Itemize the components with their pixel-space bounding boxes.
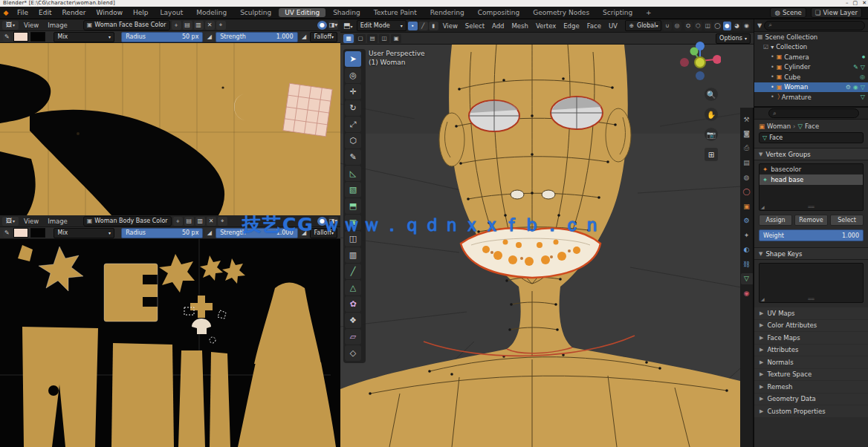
- radius-pressure-icon[interactable]: ◢: [205, 33, 213, 42]
- image-menu[interactable]: Image: [44, 22, 71, 29]
- mesh-datablock[interactable]: ▽ Face: [759, 132, 864, 143]
- orientation-dropdown[interactable]: 🜨 Global▾: [625, 20, 662, 31]
- falloff-dropdown[interactable]: Falloff▾: [310, 32, 337, 42]
- panel-face-maps[interactable]: ▶Face Maps: [754, 332, 868, 344]
- tool-annotate[interactable]: ✎: [345, 149, 361, 165]
- camera-view-icon[interactable]: 📷: [705, 128, 718, 141]
- minimize-button[interactable]: –: [846, 1, 849, 6]
- panel-geometry-data[interactable]: ▶Geometry Data: [754, 394, 868, 405]
- open-image-button[interactable]: ▤: [183, 21, 192, 30]
- vertex-groups-panel-header[interactable]: ▼ Vertex Groups: [754, 148, 868, 160]
- workspace-tab-modeling[interactable]: Modeling: [190, 8, 233, 17]
- menu-mesh[interactable]: Mesh: [509, 22, 531, 30]
- overlays-icon[interactable]: ⬡: [694, 22, 702, 30]
- tool-scale[interactable]: ⤢: [345, 117, 361, 132]
- zoom-icon[interactable]: 🔍: [705, 88, 718, 101]
- panel-remesh[interactable]: ▶Remesh: [754, 381, 868, 393]
- blender-logo-icon[interactable]: ◆: [0, 9, 12, 16]
- primary-color-swatch[interactable]: [13, 32, 28, 42]
- save-image-button[interactable]: ▥: [195, 217, 205, 226]
- strength-pressure-icon[interactable]: ◢: [300, 33, 308, 42]
- list-grip-icon[interactable]: ◢: [761, 297, 765, 301]
- brush-icon[interactable]: ✎: [3, 33, 11, 42]
- strength-slider[interactable]: Strength 1.000: [216, 32, 297, 42]
- workspace-tab-uv-editing[interactable]: UV Editing: [279, 8, 326, 17]
- blend-mode-dropdown[interactable]: Mix▾: [54, 32, 114, 42]
- editor-type-button[interactable]: 🖼▾: [2, 21, 19, 30]
- tool-option-icon-3[interactable]: ◫: [379, 34, 389, 43]
- tab-material[interactable]: ◉: [741, 287, 753, 298]
- new-image-button[interactable]: ＋: [172, 21, 181, 30]
- radius-slider[interactable]: Radius 50 px: [121, 32, 203, 42]
- shading-material-icon[interactable]: ◕: [733, 22, 741, 30]
- tool-edge-slide[interactable]: ▱: [345, 329, 361, 345]
- options-dropdown[interactable]: Options▾: [716, 33, 751, 44]
- menu-uv[interactable]: UV: [606, 22, 621, 30]
- face-select-button[interactable]: ▮: [429, 22, 438, 30]
- tool-move[interactable]: ✛: [345, 84, 361, 99]
- menu-edge[interactable]: Edge: [560, 22, 582, 30]
- select-button[interactable]: Select: [830, 215, 864, 226]
- active-tool-icon[interactable]: ▦: [343, 34, 354, 43]
- maximize-button[interactable]: ▢: [853, 1, 858, 6]
- tab-scene[interactable]: ◍: [741, 172, 753, 183]
- image-menu[interactable]: Image: [44, 218, 71, 225]
- tool-rotate[interactable]: ↻: [345, 100, 361, 116]
- tab-render[interactable]: ◙: [741, 128, 753, 140]
- tab-particles[interactable]: ✦: [741, 229, 753, 241]
- editor-type-button[interactable]: 🖼▾: [2, 217, 19, 226]
- open-image-button[interactable]: ▤: [184, 217, 194, 226]
- radius-slider[interactable]: Radius 50 px: [121, 228, 203, 238]
- list-grip-icon[interactable]: ◢: [761, 205, 765, 209]
- outliner-row-scene-collection[interactable]: ▦ Scene Collection: [754, 32, 868, 42]
- shading-solid-icon[interactable]: ●: [723, 22, 731, 30]
- material-icon[interactable]: ◉: [853, 84, 858, 91]
- new-image-button[interactable]: ＋: [173, 217, 183, 226]
- workspace-tab-layout[interactable]: Layout: [155, 8, 190, 17]
- unlink-image-button[interactable]: ✕: [205, 21, 215, 30]
- shape-keys-panel-header[interactable]: ▼ Shape Keys: [754, 247, 868, 260]
- tab-object[interactable]: ▣: [741, 200, 753, 212]
- tool-select-box[interactable]: ➤: [345, 51, 361, 67]
- mode-dropdown[interactable]: Edit Mode▾: [357, 20, 407, 31]
- modifier-icon[interactable]: ⚙: [846, 84, 851, 91]
- tool-extrude[interactable]: ⬒: [345, 198, 361, 214]
- image-datablock[interactable]: ▣ Woman Body Base Color: [83, 216, 172, 226]
- menu-help[interactable]: Help: [128, 9, 154, 16]
- tool-knife[interactable]: ╱: [345, 264, 361, 279]
- remove-button[interactable]: Remove: [794, 215, 828, 226]
- tool-option-icon-2[interactable]: ▤: [367, 34, 378, 43]
- assign-button[interactable]: Assign: [759, 215, 792, 226]
- primary-color-swatch[interactable]: [13, 228, 28, 238]
- workspace-tab-geometry-nodes[interactable]: Geometry Nodes: [527, 8, 595, 17]
- tab-object-data[interactable]: ▽: [741, 273, 753, 284]
- list-resize-handle[interactable]: ══: [808, 297, 814, 301]
- panel-texture-space[interactable]: ▶Texture Space: [754, 369, 868, 381]
- shading-wireframe-icon[interactable]: ◯: [713, 22, 722, 30]
- tool-transform[interactable]: ⬡: [345, 133, 361, 149]
- breadcrumb-object[interactable]: Woman: [767, 123, 791, 130]
- tool-measure[interactable]: ◺: [345, 166, 361, 181]
- panel-color-attributes[interactable]: ▶Color Attributes: [754, 320, 868, 332]
- workspace-tab-rendering[interactable]: Rendering: [424, 8, 470, 17]
- snap-magnet-icon[interactable]: ∪: [663, 22, 671, 30]
- pan-hand-icon[interactable]: ✋: [705, 108, 718, 121]
- filter-icon[interactable]: ▼: [757, 22, 762, 29]
- panel-custom-properties[interactable]: ▶Custom Properties: [754, 405, 868, 417]
- tool-spin[interactable]: ✿: [345, 296, 361, 312]
- view-layer-selector[interactable]: ❏ View Layer: [811, 7, 862, 18]
- tab-output[interactable]: ⎙: [741, 143, 753, 154]
- panel-normals[interactable]: ▶Normals: [754, 356, 868, 368]
- brush-icon[interactable]: ✎: [3, 229, 11, 238]
- menu-view[interactable]: View: [440, 22, 461, 30]
- outliner-row-camera[interactable]: • ▣ Camera ⏺: [754, 52, 868, 62]
- outliner-row-armature[interactable]: • 🮥 Armature ▽: [754, 92, 868, 102]
- mesh-data-icon[interactable]: ▽: [861, 64, 865, 71]
- secondary-color-swatch[interactable]: [30, 32, 45, 42]
- secondary-color-swatch[interactable]: [30, 228, 45, 238]
- tab-world[interactable]: ◯: [741, 186, 753, 198]
- camera-data-icon[interactable]: ⏺: [862, 53, 865, 61]
- outliner-search[interactable]: ⌕: [764, 21, 865, 30]
- shading-rendered-icon[interactable]: ◉: [742, 22, 751, 30]
- workspace-tab-shading[interactable]: Shading: [327, 8, 366, 17]
